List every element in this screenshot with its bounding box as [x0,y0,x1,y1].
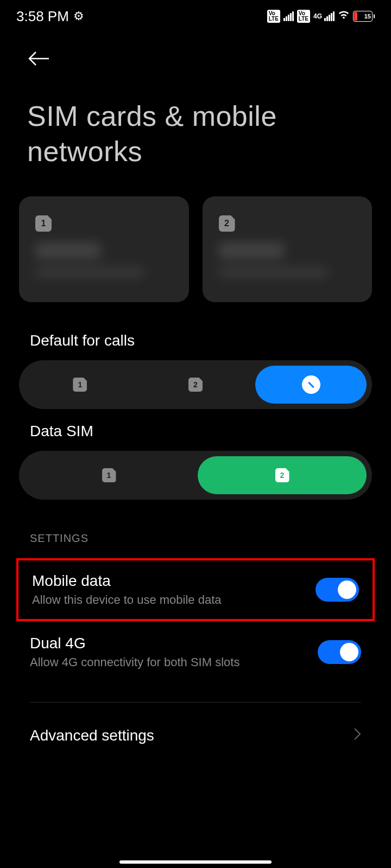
dual-4g-subtitle: Allow 4G connectivity for both SIM slots [30,655,318,669]
default-calls-sim1[interactable]: 1 [24,366,136,404]
mobile-data-row[interactable]: Mobile data Allow this device to use mob… [16,558,375,621]
status-bar: 3:58 PM ⚙ VoLTE VoLTE 4G 15 [0,0,391,33]
settings-header: SETTINGS [0,500,391,558]
wifi-icon [338,9,350,24]
sim-chip-icon: 1 [102,468,116,482]
sim-chip-icon: 1 [73,378,87,392]
mobile-data-subtitle: Allow this device to use mobile data [32,593,316,607]
dual-4g-title: Dual 4G [30,635,318,652]
status-right: VoLTE VoLTE 4G 15 [267,9,375,24]
gear-icon: ⚙ [73,9,84,23]
battery-indicator: 15 [353,11,375,22]
sim-chip-icon: 2 [219,215,235,232]
advanced-settings-title: Advanced settings [30,727,154,744]
toggle-thumb [338,580,356,599]
dual-4g-row[interactable]: Dual 4G Allow 4G connectivity for both S… [0,621,391,683]
page-title: SIM cards & mobile networks [27,99,364,169]
data-sim-label: Data SIM [0,409,391,451]
sim-details-blurred [35,242,173,286]
data-sim-sim1[interactable]: 1 [24,456,193,494]
default-calls-sim2[interactable]: 2 [140,366,251,404]
dual-4g-info: Dual 4G Allow 4G connectivity for both S… [30,635,318,669]
sim-chip-icon: 2 [188,378,203,392]
sim-card-2[interactable]: 2 [203,196,373,302]
sim-cards-container: 1 2 [0,175,391,318]
volte-icon: VoLTE [297,10,310,23]
mobile-data-info: Mobile data Allow this device to use mob… [32,572,316,607]
advanced-settings-row[interactable]: Advanced settings [0,708,391,763]
default-calls-selector: 1 2 [19,360,372,409]
sim-chip-icon: 2 [275,468,289,482]
data-sim-selector: 1 2 [19,451,372,500]
mobile-data-toggle[interactable] [316,578,359,602]
toggle-thumb [340,643,358,661]
mobile-data-title: Mobile data [32,572,316,590]
network-type-indicator: 4G [313,12,322,20]
status-left: 3:58 PM ⚙ [16,8,84,25]
signal-bars-icon [283,11,294,21]
sim-chip-icon: 1 [35,215,52,232]
no-default-icon [302,375,320,394]
status-time: 3:58 PM [16,8,69,25]
volte-icon: VoLTE [267,10,280,23]
dual-4g-toggle[interactable] [318,640,361,664]
battery-level: 15 [364,13,371,20]
back-button[interactable] [27,49,50,72]
default-calls-none[interactable] [255,366,367,404]
sim-details-blurred [219,242,356,286]
chevron-right-icon [354,727,361,744]
default-calls-label: Default for calls [0,318,391,360]
data-sim-sim2[interactable]: 2 [198,456,367,494]
header: SIM cards & mobile networks [0,33,391,175]
divider [30,702,361,703]
home-indicator[interactable] [119,860,272,864]
sim-card-1[interactable]: 1 [19,196,189,302]
signal-bars-icon [324,11,335,21]
